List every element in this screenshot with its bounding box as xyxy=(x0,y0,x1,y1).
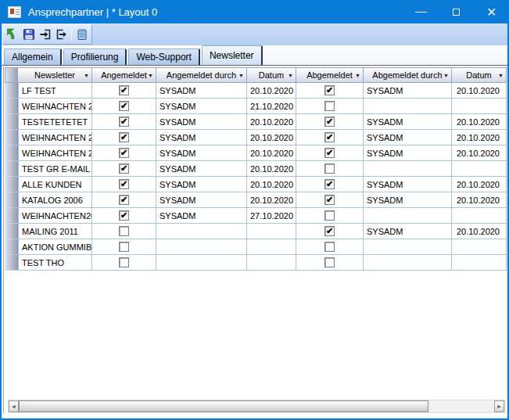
cell-abgemeldet_durch[interactable]: SYSADM xyxy=(364,130,452,145)
abgemeldet-checkbox[interactable] xyxy=(324,163,335,174)
cell-abgemeldet[interactable]: ✔ xyxy=(296,83,364,99)
angemeldet-checkbox[interactable]: ✔ xyxy=(119,163,129,174)
cell-newsletter[interactable]: ALLE KUNDEN xyxy=(18,177,92,192)
tab-newsletter[interactable]: Newsletter xyxy=(202,45,263,65)
cell-angemeldet[interactable] xyxy=(92,224,156,239)
cell-abgemeldet[interactable]: ✔ xyxy=(296,224,364,239)
cell-abgemeldet_durch[interactable] xyxy=(364,161,452,177)
row-selector[interactable] xyxy=(5,114,18,130)
cell-abgemeldet[interactable]: ✔ xyxy=(296,130,364,145)
cell-angemeldet_durch[interactable]: SYSADM xyxy=(156,130,247,145)
scroll-left-button[interactable]: ◄ xyxy=(9,400,19,412)
angemeldet-checkbox[interactable] xyxy=(119,242,129,252)
abgemeldet-checkbox[interactable]: ✔ xyxy=(324,148,335,158)
filter-dropdown-icon[interactable]: ▼ xyxy=(355,73,360,78)
abgemeldet-checkbox[interactable] xyxy=(324,101,335,111)
cell-datum_ab[interactable] xyxy=(452,99,507,114)
cell-abgemeldet[interactable]: ✔ xyxy=(296,192,364,208)
cell-datum_an[interactable]: 20.10.2020 xyxy=(247,177,296,192)
abgemeldet-checkbox[interactable]: ✔ xyxy=(324,117,335,127)
cell-datum_an[interactable]: 20.10.2020 xyxy=(247,161,296,177)
filter-dropdown-icon[interactable]: ▼ xyxy=(238,73,244,78)
cell-angemeldet_durch[interactable]: SYSADM xyxy=(156,161,247,177)
angemeldet-checkbox[interactable]: ✔ xyxy=(119,117,129,127)
row-selector[interactable] xyxy=(5,99,18,114)
filter-dropdown-icon[interactable]: ▼ xyxy=(498,73,504,78)
cell-newsletter[interactable]: WEIHNACHTEN20 xyxy=(18,208,92,224)
cell-abgemeldet_durch[interactable]: SYSADM xyxy=(364,83,452,99)
cell-angemeldet[interactable]: ✔ xyxy=(92,99,156,114)
cell-angemeldet[interactable]: ✔ xyxy=(92,192,156,208)
row-selector[interactable] xyxy=(5,177,18,192)
cell-angemeldet[interactable] xyxy=(92,255,156,271)
abgemeldet-checkbox[interactable] xyxy=(324,210,335,221)
cell-datum_ab[interactable] xyxy=(452,239,507,255)
cell-datum_an[interactable]: 20.10.2020 xyxy=(247,130,296,145)
angemeldet-checkbox[interactable]: ✔ xyxy=(119,85,129,95)
row-selector[interactable] xyxy=(5,192,18,208)
cell-newsletter[interactable]: WEIHNACHTEN 2 xyxy=(18,130,92,145)
cell-datum_an[interactable]: 20.10.2020 xyxy=(247,145,296,161)
abgemeldet-checkbox[interactable]: ✔ xyxy=(324,195,335,205)
cell-datum_ab[interactable]: 20.10.2020 xyxy=(452,83,507,99)
cell-newsletter[interactable]: KATALOG 2006 xyxy=(18,192,92,208)
row-selector[interactable] xyxy=(5,255,18,271)
notes-button[interactable] xyxy=(73,26,90,43)
cell-datum_an[interactable] xyxy=(247,239,296,255)
tab-profilierung[interactable]: Profilierung xyxy=(63,48,127,65)
cell-angemeldet_durch[interactable] xyxy=(156,255,247,271)
cell-datum_an[interactable]: 27.10.2020 xyxy=(247,208,296,224)
cell-angemeldet_durch[interactable]: SYSADM xyxy=(156,114,247,130)
column-header-datum-ab[interactable]: Datum▼ xyxy=(452,67,507,83)
cell-abgemeldet_durch[interactable] xyxy=(364,208,452,224)
cell-abgemeldet_durch[interactable]: SYSADM xyxy=(364,224,452,239)
row-selector[interactable] xyxy=(5,224,18,239)
filter-dropdown-icon[interactable]: ▼ xyxy=(148,73,153,78)
cell-abgemeldet_durch[interactable]: SYSADM xyxy=(364,177,452,192)
save-button[interactable] xyxy=(21,26,38,43)
cell-angemeldet[interactable]: ✔ xyxy=(92,161,156,177)
cell-abgemeldet[interactable]: ✔ xyxy=(296,114,364,130)
cell-angemeldet_durch[interactable]: SYSADM xyxy=(156,208,247,224)
cell-newsletter[interactable]: WEIHNACHTEN 2 xyxy=(18,145,92,161)
abgemeldet-checkbox[interactable]: ✔ xyxy=(324,179,335,189)
row-selector[interactable] xyxy=(5,161,18,177)
angemeldet-checkbox[interactable] xyxy=(119,257,129,267)
cell-datum_ab[interactable]: 20.10.2020 xyxy=(452,130,507,145)
cell-abgemeldet_durch[interactable]: SYSADM xyxy=(364,114,452,130)
column-header-angemeldet[interactable]: Angemeldet▼ xyxy=(92,67,156,83)
minimize-button[interactable]: — xyxy=(403,0,439,23)
cell-abgemeldet[interactable]: ✔ xyxy=(296,145,364,161)
cell-abgemeldet_durch[interactable]: SYSADM xyxy=(364,145,452,161)
row-selector[interactable] xyxy=(5,83,18,99)
cell-angemeldet[interactable] xyxy=(92,239,156,255)
cell-datum_ab[interactable] xyxy=(452,208,507,224)
maximize-button[interactable] xyxy=(439,0,474,23)
cell-datum_ab[interactable]: 20.10.2020 xyxy=(452,114,507,130)
column-header-newsletter[interactable]: Newsletter▼ xyxy=(18,67,92,83)
cell-abgemeldet[interactable]: ✔ xyxy=(296,177,364,192)
cell-abgemeldet[interactable] xyxy=(296,239,364,255)
cell-angemeldet_durch[interactable]: SYSADM xyxy=(156,99,247,114)
cell-abgemeldet[interactable] xyxy=(296,161,364,177)
column-header-abgemeldet-durch[interactable]: Abgemeldet durch▼ xyxy=(364,67,452,83)
cell-newsletter[interactable]: TEST GR E-MAIL xyxy=(18,161,92,177)
cell-datum_an[interactable]: 21.10.2020 xyxy=(247,99,296,114)
close-button[interactable]: × xyxy=(474,0,509,23)
abgemeldet-checkbox[interactable] xyxy=(324,242,335,252)
row-selector[interactable] xyxy=(5,130,18,145)
angemeldet-checkbox[interactable]: ✔ xyxy=(119,179,129,189)
abgemeldet-checkbox[interactable]: ✔ xyxy=(324,85,335,95)
scrollbar-track[interactable] xyxy=(428,400,494,412)
horizontal-scrollbar[interactable]: ◄ ► xyxy=(8,400,505,413)
filter-dropdown-icon[interactable]: ▼ xyxy=(443,73,449,78)
cell-abgemeldet_durch[interactable] xyxy=(364,255,452,271)
column-header-angemeldet-durch[interactable]: Angemeldet durch▼ xyxy=(156,67,247,83)
cell-datum_ab[interactable] xyxy=(452,255,507,271)
export-button[interactable] xyxy=(53,26,70,43)
cell-abgemeldet[interactable] xyxy=(296,255,364,271)
row-selector[interactable] xyxy=(5,239,18,255)
import-button[interactable] xyxy=(38,26,54,43)
cell-angemeldet[interactable]: ✔ xyxy=(92,177,156,192)
cell-datum_an[interactable]: 20.10.2020 xyxy=(247,83,296,99)
